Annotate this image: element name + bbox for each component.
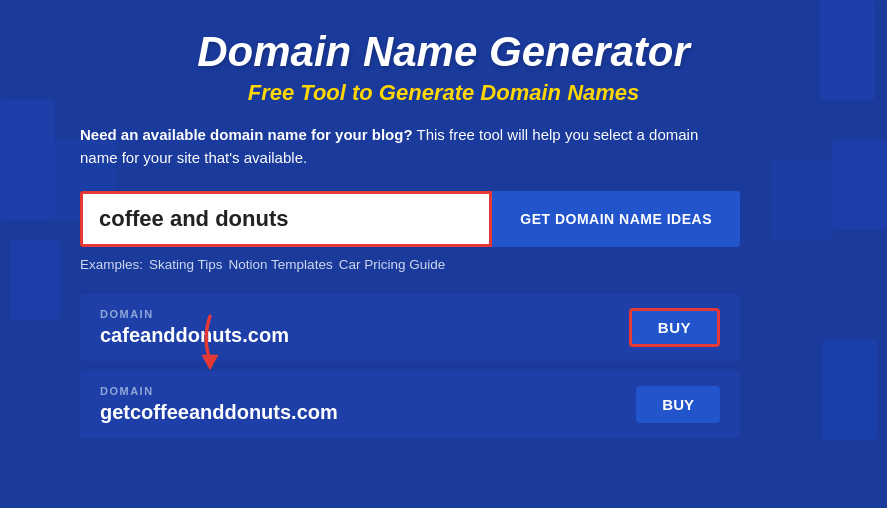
example-link-notion[interactable]: Notion Templates [229,257,333,272]
results-area: DOMAIN cafeanddonuts.com BUY DOMAIN getc… [80,294,740,438]
examples-label: Examples: [80,257,143,272]
main-content: Domain Name Generator Free Tool to Gener… [0,0,887,458]
domain-name-1: cafeanddonuts.com [100,324,289,347]
domain-label-2: DOMAIN [100,385,338,397]
domain-label-1: DOMAIN [100,308,289,320]
page-subtitle: Free Tool to Generate Domain Names [80,80,807,106]
search-button[interactable]: GET DOMAIN NAME IDEAS [492,191,740,247]
buy-button-1[interactable]: BUY [629,308,720,347]
search-input[interactable] [83,194,489,244]
examples-row: Examples: Skating Tips Notion Templates … [80,257,807,272]
search-input-wrapper [80,191,492,247]
example-link-skating[interactable]: Skating Tips [149,257,223,272]
search-area: GET DOMAIN NAME IDEAS [80,191,740,247]
page-title: Domain Name Generator [80,28,807,76]
domain-name-2: getcoffeeanddonuts.com [100,401,338,424]
domain-card-1: DOMAIN cafeanddonuts.com BUY [80,294,740,361]
domain-card-2: DOMAIN getcoffeeanddonuts.com BUY [80,371,740,438]
domain-info-1: DOMAIN cafeanddonuts.com [100,308,289,347]
domain-info-2: DOMAIN getcoffeeanddonuts.com [100,385,338,424]
page-description: Need an available domain name for your b… [80,124,720,169]
description-bold: Need an available domain name for your b… [80,126,413,143]
example-link-car[interactable]: Car Pricing Guide [339,257,446,272]
buy-button-2[interactable]: BUY [636,386,720,423]
